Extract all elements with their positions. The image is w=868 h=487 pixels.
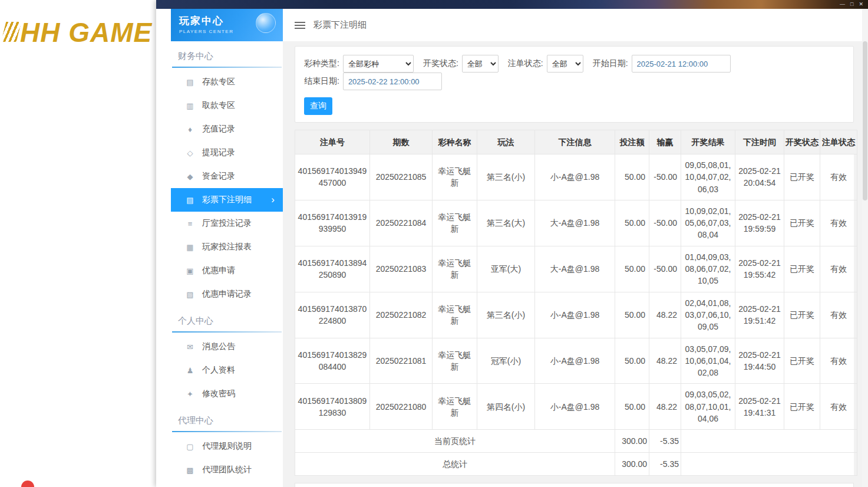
ball-decoration-icon [256,13,276,33]
order-status-select[interactable]: 全部 [547,55,583,73]
sidebar-item-label: 代理团队统计 [202,465,252,475]
cell-draw-result: 03,05,07,09,10,06,01,04,02,08 [681,338,735,384]
cell-lottery-name: 幸运飞艇新 [433,338,477,384]
col-header-bet-time: 下注时间 [735,130,784,154]
section-divider [172,331,282,333]
sidebar-item-label: 代理规则说明 [202,441,252,452]
cell-draw-status: 已开奖 [784,154,820,200]
floating-service-button[interactable] [21,481,34,487]
recharge-record-icon: ♦ [185,125,195,134]
agent-team-stats-icon: ▩ [185,466,195,475]
cell-draw-status: 已开奖 [784,200,820,246]
summary-bet-total: 300.00 [615,453,649,476]
sidebar-item-profile[interactable]: ♟ 个人资料 [171,358,283,382]
cell-bet-info: 大-A盘@1.98 [535,200,615,246]
cell-bet-amount: 50.00 [615,292,649,338]
cell-bet-time: 2025-02-21 19:41:31 [735,384,784,430]
sidebar-item-agent-team-stats[interactable]: ▩ 代理团队统计 [171,458,283,482]
col-header-bet-id: 注单号 [295,130,370,154]
sidebar-item-funds-record[interactable]: ◆ 资金记录 [171,164,283,188]
bet-table-panel: 注单号 期数 彩种名称 玩法 下注信息 投注额 输赢 开奖结果 下注时间 开奖状… [295,130,854,476]
col-header-bet-info: 下注信息 [535,130,615,154]
cell-win-loss: -50.00 [649,200,681,246]
cell-bet-amount: 50.00 [615,246,649,292]
funds-record-icon: ◆ [185,172,195,181]
cell-period: 20250221082 [370,292,433,338]
scrollbar-thumb[interactable] [863,41,867,200]
sidebar-item-label: 厅室投注记录 [202,218,252,229]
order-status-label: 注单状态: [508,58,543,69]
cell-win-loss: -50.00 [649,246,681,292]
sidebar-item-promo-apply-record[interactable]: ▧ 优惠申请记录 [171,282,283,306]
end-date-filter: 结束日期: [304,73,442,90]
scrollbar[interactable] [862,9,868,487]
sidebar-item-change-password[interactable]: ✦ 修改密码 [171,382,283,406]
cell-bet-id: 401569174013919939950 [295,200,370,246]
cell-order-status: 有效 [820,154,857,200]
menu-icon[interactable] [295,20,305,31]
sidebar-item-label: 修改密码 [202,389,235,399]
lottery-type-select[interactable]: 全部彩种 [343,55,414,73]
sidebar-item-hall-bet-record[interactable]: ≡ 厅室投注记录 [171,212,283,235]
col-header-play-type: 玩法 [477,130,535,154]
cell-lottery-name: 幸运飞艇新 [433,292,477,338]
close-icon[interactable]: ✕ [859,1,863,8]
start-date-input[interactable] [632,55,731,73]
pagination-bar: 每页显示20条 共6条 首页 上一页 1 下一页 第 页 跳转 [295,483,854,487]
cell-bet-info: 小-A盘@1.98 [535,338,615,384]
withdraw-icon: ▥ [185,101,195,110]
sidebar-item-cashout-record[interactable]: ◇ 提现记录 [171,141,283,164]
summary-label: 总统计 [295,453,615,476]
end-date-input[interactable] [343,73,442,90]
cell-win-loss: 48.22 [649,292,681,338]
summary-empty [681,453,857,476]
sidebar-item-deposit-zone[interactable]: ▤ 存款专区 [171,70,283,94]
profile-icon: ♟ [185,366,195,375]
promo-apply-record-icon: ▧ [185,290,195,299]
cell-order-status: 有效 [820,200,857,246]
cell-draw-status: 已开奖 [784,384,820,430]
sidebar-item-label: 个人资料 [202,365,235,376]
cell-period: 20250221081 [370,338,433,384]
main-content: 彩票下注明细 彩种类型: 全部彩种 开奖状态: [283,9,862,487]
table-header-row: 注单号 期数 彩种名称 玩法 下注信息 投注额 输赢 开奖结果 下注时间 开奖状… [295,130,857,154]
summary-bet-total: 300.00 [615,430,649,453]
sidebar-item-withdraw-zone[interactable]: ▥ 取款专区 [171,94,283,117]
cell-play-type: 冠军(小) [477,338,535,384]
password-icon: ✦ [185,390,195,399]
draw-status-select[interactable]: 全部 [462,55,499,73]
sidebar-item-lottery-bet-detail[interactable]: ▤ 彩票下注明细 › [171,188,283,212]
table-row: 401569174013809129830 20250221080 幸运飞艇新 … [295,384,857,430]
cell-order-status: 有效 [820,246,857,292]
sidebar-item-recharge-record[interactable]: ♦ 充值记录 [171,117,283,141]
sidebar-item-promo-apply[interactable]: ▣ 优惠申请 [171,259,283,282]
maximize-icon[interactable]: □ [850,1,853,8]
sidebar-item-player-bet-report[interactable]: ▦ 玩家投注报表 [171,235,283,259]
cashout-record-icon: ◇ [185,149,195,157]
sidebar-item-label: 玩家投注报表 [202,242,252,252]
brand-logo: HH GAME [4,17,152,48]
cell-order-status: 有效 [820,338,857,384]
minimize-icon[interactable]: — [840,1,845,8]
brand-logo-text: HH GAME [20,17,152,48]
cell-draw-status: 已开奖 [784,292,820,338]
sidebar-item-announcement[interactable]: ✉ 消息公告 [171,335,283,358]
agent-rules-icon: ▢ [185,442,195,451]
start-date-label: 开始日期: [593,58,628,69]
sidebar-item-label: 取款专区 [202,100,235,111]
cell-play-type: 亚军(大) [477,246,535,292]
col-header-lottery-name: 彩种名称 [433,130,477,154]
col-header-order-status: 注单状态 [820,130,857,154]
end-date-label: 结束日期: [304,76,339,87]
cell-bet-time: 2025-02-21 19:51:42 [735,292,784,338]
sidebar-header: 玩家中心 PLAYERS CENTER [171,9,283,41]
order-status-filter: 注单状态: 全部 [508,55,583,73]
summary-label: 当前页统计 [295,430,615,453]
search-button[interactable]: 查询 [304,97,332,115]
start-date-filter: 开始日期: [593,55,731,73]
col-header-draw-result: 开奖结果 [681,130,735,154]
cell-order-status: 有效 [820,384,857,430]
sidebar-item-label: 彩票下注明细 [202,195,252,205]
cell-bet-amount: 50.00 [615,338,649,384]
sidebar-item-agent-rules[interactable]: ▢ 代理规则说明 [171,435,283,458]
